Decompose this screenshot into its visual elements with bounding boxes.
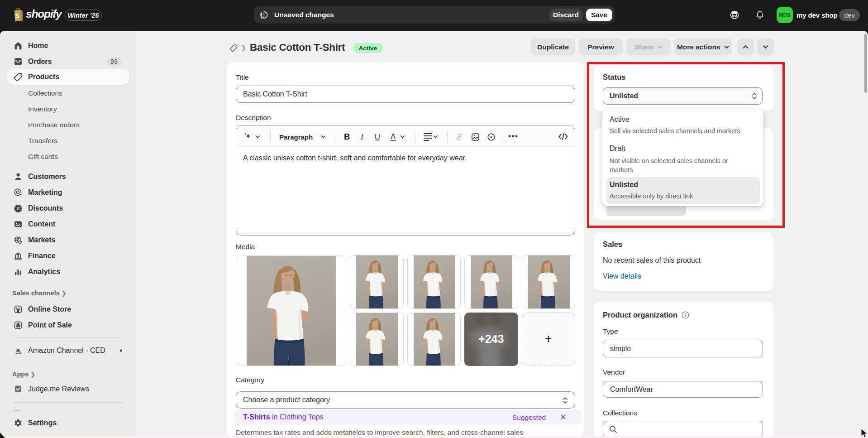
svg-text:S: S	[15, 12, 19, 19]
svg-text:$: $	[19, 240, 21, 244]
svg-text:a: a	[16, 346, 20, 354]
